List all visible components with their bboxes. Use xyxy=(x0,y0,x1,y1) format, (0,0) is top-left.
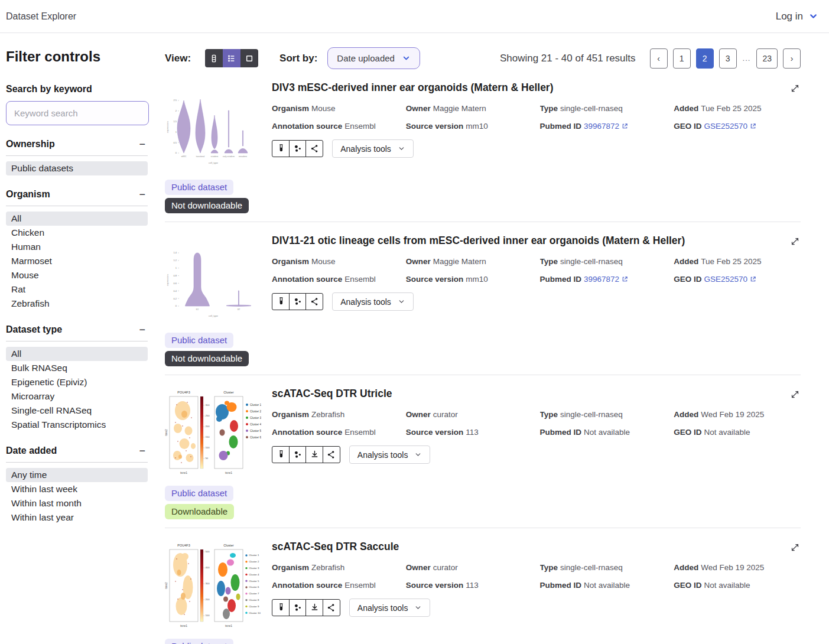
field-label: Annotation source xyxy=(272,428,342,437)
analysis-tools-dropdown[interactable]: Analysis tools xyxy=(332,139,414,158)
expand-button[interactable] xyxy=(789,83,801,96)
collapse-section-button[interactable]: − xyxy=(138,139,147,149)
clusters-icon xyxy=(292,297,303,307)
clusters-button[interactable] xyxy=(289,599,307,616)
filter-option[interactable]: Within last week xyxy=(6,482,148,496)
share-icon xyxy=(310,297,320,307)
svg-text:WT: WT xyxy=(238,308,240,311)
search-label: Search by keyword xyxy=(6,84,155,95)
field-value[interactable]: 39967872 xyxy=(584,275,619,284)
card-body: DIV11-21 otic lineage cells from mESC-de… xyxy=(272,234,801,366)
page-button-23[interactable]: 23 xyxy=(756,48,778,69)
field-value[interactable]: GSE252570 xyxy=(704,275,748,284)
divider xyxy=(6,155,148,156)
svg-text:Cluster 1: Cluster 1 xyxy=(250,404,261,406)
field-label: Annotation source xyxy=(272,275,342,284)
download-button[interactable] xyxy=(305,599,323,616)
field-label: Organism xyxy=(272,104,309,113)
clusters-button[interactable] xyxy=(289,293,307,310)
field-value: 113 xyxy=(466,581,479,590)
analysis-tools-dropdown[interactable]: Analysis tools xyxy=(349,445,431,464)
clusters-button[interactable] xyxy=(289,140,307,157)
field-label: Pubmed ID xyxy=(540,275,582,284)
view-toggle-compact[interactable] xyxy=(205,49,223,67)
share-button[interactable] xyxy=(323,446,340,463)
filter-option[interactable]: Any time xyxy=(6,468,148,482)
x-tick-labels: KO WT xyxy=(196,308,240,311)
page-button-1[interactable]: 1 xyxy=(673,48,691,69)
page-button-3[interactable]: 3 xyxy=(719,48,737,69)
svg-text:50: 50 xyxy=(206,457,209,460)
list-view-icon xyxy=(227,54,236,63)
login-button[interactable]: Log in xyxy=(776,11,818,22)
collapse-section-button[interactable]: − xyxy=(138,189,147,200)
filter-option[interactable]: Human xyxy=(6,240,148,254)
share-button[interactable] xyxy=(305,140,323,157)
filter-option[interactable]: All xyxy=(6,347,148,361)
field-label: Added xyxy=(674,410,698,419)
filter-option[interactable]: Single-cell RNASeq xyxy=(6,404,148,418)
collapse-section-button[interactable]: − xyxy=(138,324,147,335)
samples-button[interactable] xyxy=(272,140,290,157)
prev-page-button[interactable]: ‹ xyxy=(650,48,668,69)
filter-option[interactable]: Zebrafish xyxy=(6,297,148,311)
field-value[interactable]: GSE252570 xyxy=(704,122,748,131)
collapse-section-button[interactable]: − xyxy=(138,445,147,456)
expand-button[interactable] xyxy=(789,542,801,555)
field-value[interactable]: 39967872 xyxy=(584,122,619,131)
next-page-button[interactable]: › xyxy=(783,48,801,69)
card-title: scATAC-Seq DTR Utricle xyxy=(272,388,801,400)
view-label: View: xyxy=(165,53,191,64)
search-input[interactable] xyxy=(6,101,149,125)
analysis-tools-dropdown[interactable]: Analysis tools xyxy=(349,599,431,617)
share-button[interactable] xyxy=(323,599,340,616)
filter-option[interactable]: Within last month xyxy=(6,496,148,510)
pagination-ellipsis: ... xyxy=(742,54,752,63)
share-icon xyxy=(310,144,320,154)
filter-option[interactable]: Chicken xyxy=(6,226,148,240)
analysis-tools-dropdown[interactable]: Analysis tools xyxy=(332,292,414,311)
samples-button[interactable] xyxy=(272,293,290,310)
download-icon xyxy=(310,603,320,613)
field-value: Maggie Matern xyxy=(433,257,486,266)
results-count: Showing 21 - 40 of 451 results xyxy=(500,53,636,64)
tag-public-dataset: Public dataset xyxy=(165,180,233,195)
download-button[interactable] xyxy=(305,446,323,463)
filter-option[interactable]: Epigenetic (Epiviz) xyxy=(6,375,148,389)
svg-text:tsne1: tsne1 xyxy=(180,624,187,627)
panel2-title: Cluster xyxy=(223,391,234,394)
dataset-thumbnail: expression 1.4 1.2 1 0.8 0.6 0.4 0.2 0 xyxy=(165,234,261,328)
dataset-actions: Analysis tools xyxy=(272,445,801,464)
field-label: Organism xyxy=(272,410,309,419)
svg-text:0: 0 xyxy=(175,151,177,154)
section-title: Organism xyxy=(6,189,50,200)
filter-option[interactable]: Spatial Transcriptomics xyxy=(6,418,148,432)
filter-option[interactable]: Bulk RNASeq xyxy=(6,361,148,375)
sort-dropdown[interactable]: Date uploaded xyxy=(327,47,420,69)
dataset-tags: Public dataset Not downloadable xyxy=(165,180,272,213)
expand-button[interactable] xyxy=(789,236,801,249)
view-toggle-list[interactable] xyxy=(223,49,240,67)
page-button-2[interactable]: 2 xyxy=(696,48,714,69)
dataset-card: expression 1.4 1.2 1 0.8 0.6 0.4 0.2 0 xyxy=(165,222,801,375)
pagination: ‹ 1 2 3 ... 23 › xyxy=(650,48,801,69)
samples-button[interactable] xyxy=(272,599,290,616)
field-label: Added xyxy=(674,257,698,266)
clusters-button[interactable] xyxy=(289,446,307,463)
filter-option[interactable]: Marmoset xyxy=(6,254,148,268)
colorbar-ticks xyxy=(204,552,205,616)
field-label: Owner xyxy=(406,410,431,419)
dataset-field: GEO IDGSE252570 xyxy=(674,122,801,131)
x-tick-labels: mESC transitional ectoderm early ectoder… xyxy=(181,155,248,158)
filter-option[interactable]: All xyxy=(6,212,148,226)
filter-option[interactable]: Within last year xyxy=(6,510,148,525)
filter-option[interactable]: Rat xyxy=(6,282,148,297)
samples-button[interactable] xyxy=(272,446,290,463)
expand-button[interactable] xyxy=(789,389,801,402)
filter-option[interactable]: Mouse xyxy=(6,268,148,282)
filter-option[interactable]: Public datasets xyxy=(6,161,148,175)
view-toggle-card[interactable] xyxy=(240,49,258,67)
filter-option[interactable]: Microarray xyxy=(6,389,148,404)
svg-text:1.2: 1.2 xyxy=(173,259,177,262)
share-button[interactable] xyxy=(305,293,323,310)
